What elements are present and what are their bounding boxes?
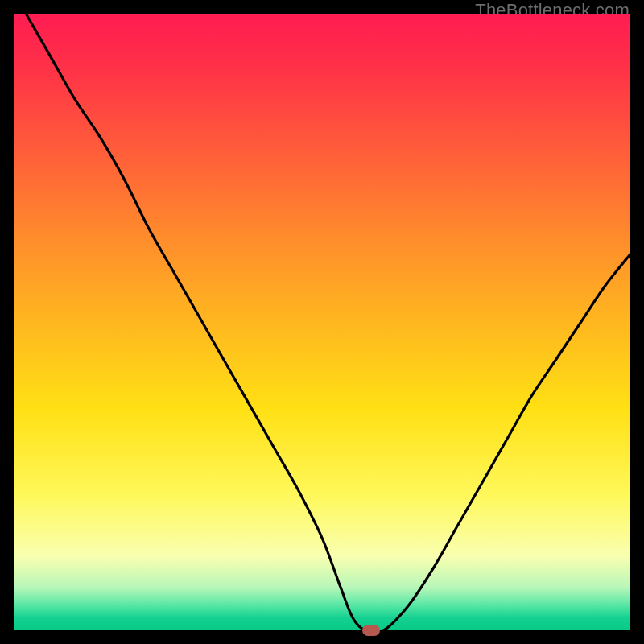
chart-frame: TheBottleneck.com bbox=[0, 0, 644, 644]
bottleneck-curve bbox=[14, 14, 630, 630]
optimum-marker bbox=[362, 625, 380, 636]
plot-area bbox=[14, 14, 630, 630]
